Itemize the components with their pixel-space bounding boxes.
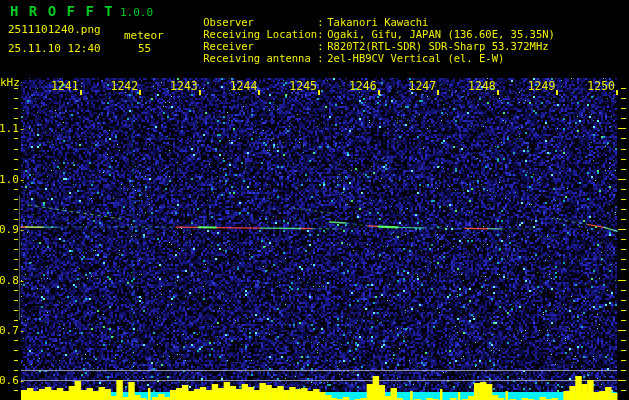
x-tick-label: 1242: [106, 79, 138, 93]
x-tick-label: 1245: [285, 79, 317, 93]
x-tick-label: 1244: [225, 79, 257, 93]
x-tick-label: 1249: [523, 79, 555, 93]
x-tick-label: 1241: [47, 79, 79, 93]
app-title: H R O F F T: [10, 3, 114, 19]
x-tick-label: 1248: [464, 79, 496, 93]
info-label: Receiving antenna: [203, 52, 317, 64]
x-tick-label: 1250: [583, 79, 615, 93]
x-tick-label: 1243: [166, 79, 198, 93]
hrofft-window: H R O F F T 1.0.0 2511101240.png meteor …: [0, 0, 629, 400]
info-row-antenna: Receiving antenna:2el-HB9CV Vertical (el…: [178, 40, 504, 76]
y-tick-label: 1.0-: [0, 173, 19, 186]
y-tick-label: 0.6-: [0, 374, 19, 387]
app-version: 1.0.0: [120, 6, 153, 19]
echo-count: 55: [138, 42, 151, 55]
x-tick-label: 1247: [404, 79, 436, 93]
mode-label: meteor: [124, 29, 164, 42]
datetime-label: 25.11.10 12:40: [8, 42, 101, 55]
y-tick-label: 0.9-: [0, 223, 19, 236]
y-tick-label: 0.8-: [0, 274, 19, 287]
output-filename: 2511101240.png: [8, 23, 101, 36]
info-value: 2el-HB9CV Vertical (el. E-W): [327, 52, 504, 64]
y-axis-unit-label: kHz: [0, 76, 20, 89]
x-tick-label: 1246: [345, 79, 377, 93]
y-tick-label: 0.7-: [0, 324, 19, 337]
y-tick-label: 1.1-: [0, 122, 19, 135]
info-separator: :: [317, 52, 327, 64]
